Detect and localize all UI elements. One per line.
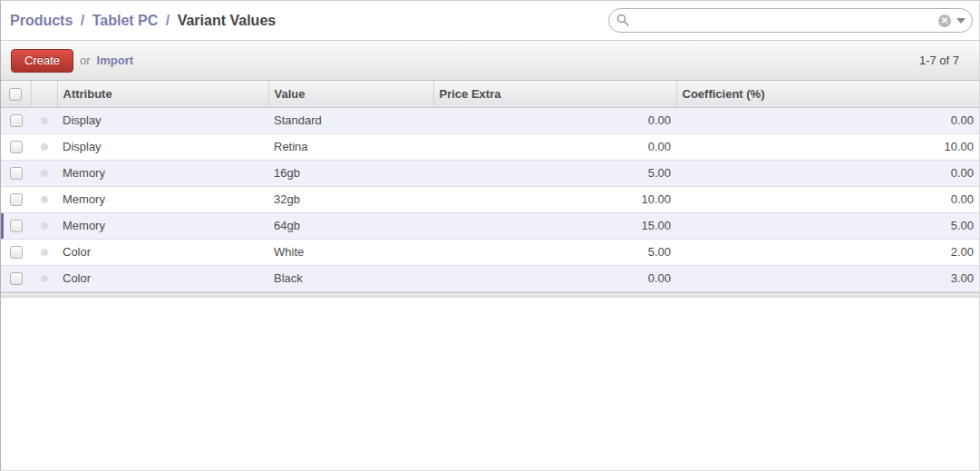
cell-price-extra[interactable]: 0.00 xyxy=(433,133,676,160)
select-all-cell xyxy=(1,81,31,107)
cell-price-extra[interactable]: 15.00 xyxy=(433,212,676,239)
row-checkbox-cell xyxy=(1,212,31,239)
row-checkbox-cell xyxy=(1,107,31,133)
table-row[interactable]: Display Retina 0.00 10.00 xyxy=(1,133,979,160)
row-checkbox-cell xyxy=(1,265,31,291)
search-input[interactable] xyxy=(635,13,938,28)
cell-value[interactable]: Retina xyxy=(268,133,433,160)
drag-handle-icon[interactable] xyxy=(41,143,48,151)
import-link[interactable]: Import xyxy=(97,54,133,67)
row-checkbox-cell xyxy=(1,160,31,186)
cell-coefficient[interactable]: 10.00 xyxy=(676,133,979,160)
table-row[interactable]: Color Black 0.00 3.00 xyxy=(1,265,979,291)
cell-attribute[interactable]: Display xyxy=(57,107,268,133)
variant-values-table: Attribute Value Price Extra Coefficient … xyxy=(1,81,979,292)
cell-coefficient[interactable]: 0.00 xyxy=(676,160,979,186)
create-button[interactable]: Create xyxy=(11,49,73,73)
breadcrumb-link-products[interactable]: Products xyxy=(10,13,73,28)
row-checkbox[interactable] xyxy=(10,141,23,153)
row-handle-cell xyxy=(31,107,57,133)
header-bar: Products / Tablet PC / Variant Values ✕ xyxy=(1,1,979,41)
table-row[interactable]: Color White 5.00 2.00 xyxy=(1,239,979,265)
cell-price-extra[interactable]: 0.00 xyxy=(433,107,676,133)
drag-handle-icon[interactable] xyxy=(41,249,48,256)
cell-value[interactable]: 64gb xyxy=(268,212,433,239)
row-checkbox-cell xyxy=(1,239,31,265)
drag-handle-icon[interactable] xyxy=(41,196,48,203)
column-header-value[interactable]: Value xyxy=(268,81,433,107)
cell-coefficient[interactable]: 2.00 xyxy=(676,239,979,265)
cell-coefficient[interactable]: 3.00 xyxy=(676,265,979,291)
table-header-row: Attribute Value Price Extra Coefficient … xyxy=(1,81,979,107)
cell-coefficient[interactable]: 5.00 xyxy=(676,212,979,239)
cell-value[interactable]: White xyxy=(268,239,433,265)
breadcrumb-separator: / xyxy=(81,13,84,28)
cell-value[interactable]: 32gb xyxy=(268,186,433,212)
row-checkbox[interactable] xyxy=(10,114,23,127)
row-handle-cell xyxy=(31,265,57,291)
cell-coefficient[interactable]: 0.00 xyxy=(676,107,979,133)
page-title: Variant Values xyxy=(178,13,277,28)
drag-handle-icon[interactable] xyxy=(41,117,48,124)
cell-value[interactable]: Standard xyxy=(268,107,433,133)
row-checkbox[interactable] xyxy=(10,246,23,259)
cell-price-extra[interactable]: 5.00 xyxy=(433,239,676,265)
row-handle-cell xyxy=(31,212,57,239)
breadcrumb-separator: / xyxy=(166,13,170,28)
row-checkbox[interactable] xyxy=(10,220,23,232)
row-handle-cell xyxy=(31,133,57,160)
list-view-page: Products / Tablet PC / Variant Values ✕ … xyxy=(0,0,980,471)
table-row[interactable]: Memory 16gb 5.00 0.00 xyxy=(1,160,979,186)
search-box[interactable]: ✕ xyxy=(608,8,973,33)
cell-attribute[interactable]: Color xyxy=(57,265,268,291)
drag-handle-icon[interactable] xyxy=(41,170,48,177)
handle-header-cell xyxy=(31,81,57,107)
cell-attribute[interactable]: Color xyxy=(57,239,268,265)
row-handle-cell xyxy=(31,160,57,186)
list-toolbar: Create or Import 1-7 of 7 xyxy=(1,41,979,81)
table-row[interactable]: Memory 64gb 15.00 5.00 xyxy=(1,212,979,239)
breadcrumb: Products / Tablet PC / Variant Values xyxy=(10,13,276,29)
search-icon xyxy=(616,14,630,27)
cell-attribute[interactable]: Display xyxy=(57,133,268,160)
row-checkbox[interactable] xyxy=(10,167,23,180)
cell-price-extra[interactable]: 10.00 xyxy=(433,186,676,212)
cell-value[interactable]: Black xyxy=(268,265,433,291)
table-row[interactable]: Memory 32gb 10.00 0.00 xyxy=(1,186,979,212)
column-header-price-extra[interactable]: Price Extra xyxy=(433,81,676,107)
row-handle-cell xyxy=(31,186,57,212)
row-checkbox[interactable] xyxy=(10,272,23,285)
column-header-coefficient[interactable]: Coefficient (%) xyxy=(676,81,979,107)
clear-search-icon[interactable]: ✕ xyxy=(938,15,951,27)
row-checkbox-cell xyxy=(1,133,31,160)
column-header-attribute[interactable]: Attribute xyxy=(57,81,268,107)
drag-handle-icon[interactable] xyxy=(41,222,48,230)
row-checkbox-cell xyxy=(1,186,31,212)
cell-attribute[interactable]: Memory xyxy=(57,186,268,212)
cell-price-extra[interactable]: 5.00 xyxy=(433,160,676,186)
search-dropdown-arrow-icon[interactable] xyxy=(956,18,965,24)
or-label: or xyxy=(80,54,91,67)
cell-value[interactable]: 16gb xyxy=(268,160,433,186)
cell-attribute[interactable]: Memory xyxy=(57,212,268,239)
drag-handle-icon[interactable] xyxy=(41,275,48,282)
pager-text: 1-7 of 7 xyxy=(919,54,979,67)
table-footer-strip xyxy=(1,292,979,298)
cell-coefficient[interactable]: 0.00 xyxy=(676,186,979,212)
row-checkbox[interactable] xyxy=(10,193,23,206)
cell-price-extra[interactable]: 0.00 xyxy=(433,265,676,291)
table-row[interactable]: Display Standard 0.00 0.00 xyxy=(1,107,979,133)
select-all-checkbox[interactable] xyxy=(9,88,22,101)
cell-attribute[interactable]: Memory xyxy=(57,160,268,186)
row-handle-cell xyxy=(31,239,57,265)
breadcrumb-link-tablet-pc[interactable]: Tablet PC xyxy=(92,13,159,28)
